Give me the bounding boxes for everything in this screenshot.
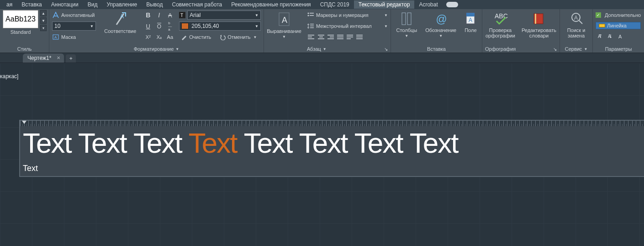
align-left-button[interactable] (307, 32, 316, 42)
align-distribute-button[interactable] (345, 32, 354, 42)
font-icon: T (179, 12, 185, 18)
align-justify-button[interactable] (336, 32, 345, 42)
svg-rect-16 (308, 38, 314, 39)
line-spacing-button[interactable]: Межстрочный интервал▼ (307, 21, 388, 31)
text-word[interactable]: Text (410, 127, 458, 159)
svg-rect-15 (308, 37, 312, 37)
strikethrough-button[interactable]: A (165, 11, 174, 20)
document-tab-bar: Чертеж1* ✕ + (0, 53, 644, 63)
svg-text:A: A (282, 16, 287, 25)
menu-item-8[interactable]: СПДС 2019 (316, 0, 354, 9)
switch-icon[interactable] (446, 2, 458, 7)
svg-text:T: T (180, 13, 183, 18)
menu-item-3[interactable]: Вид (83, 0, 102, 9)
panel-spelling: ABC Проверка орфографии Редактировать сл… (482, 9, 560, 53)
text-content-line[interactable]: Text Text Text Text Text Text Text Text (20, 126, 644, 162)
menu-item-2[interactable]: Аннотации (47, 0, 83, 9)
svg-text:A: A (54, 35, 57, 39)
text-ruler[interactable] (20, 121, 644, 126)
annotative-icon[interactable] (52, 11, 59, 19)
match-properties-button[interactable]: A Соответствие (101, 10, 139, 35)
text-word[interactable]: Text (299, 127, 348, 159)
drawing-canvas[interactable]: каркас] Text Text Text Text Text Text Te… (0, 63, 644, 246)
panel-title-tools[interactable]: Сервис▼ (563, 45, 590, 53)
panel-title-spelling[interactable]: Орфография ↘ (485, 45, 557, 53)
find-replace-button[interactable]: A Поиск и замена (563, 10, 590, 39)
style-gallery-expand[interactable]: ▾ (40, 25, 47, 31)
text-height-combo[interactable]: 10▼ (52, 21, 96, 31)
text-style-name: Standard (11, 29, 31, 35)
text-word[interactable]: Text (23, 127, 71, 159)
superscript-button[interactable]: X² (143, 32, 153, 42)
close-tab-icon[interactable]: ✕ (57, 55, 60, 60)
italic-button[interactable]: I (154, 11, 164, 20)
option-icon-2[interactable]: A (606, 32, 615, 41)
menu-item-0[interactable]: ая (2, 0, 17, 9)
columns-button[interactable]: Столбцы▼ (393, 10, 420, 39)
panel-justify: A Выравнивание▼ (264, 9, 304, 53)
clear-formatting-button[interactable]: Очистить (179, 32, 213, 42)
panel-title-formatting[interactable]: Форматирование▼ (52, 45, 261, 53)
menu-item-5[interactable]: Вывод (142, 0, 167, 9)
svg-rect-19 (318, 38, 324, 39)
menu-item-6[interactable]: Совместная работа (167, 0, 227, 9)
svg-rect-27 (347, 37, 353, 37)
symbol-button[interactable]: @ Обозначение▼ (422, 10, 459, 39)
text-content-small[interactable]: Text (20, 162, 644, 176)
field-button[interactable]: A Поле (462, 10, 479, 34)
text-word[interactable]: Text (189, 127, 237, 159)
bullets-numbering-button[interactable]: Маркеры и нумерация▼ (307, 10, 388, 20)
svg-rect-18 (319, 37, 323, 37)
menu-item-10[interactable]: Acrobat (414, 0, 442, 9)
undo-button[interactable]: Отменить▼ (217, 32, 259, 42)
mask-icon[interactable]: A (52, 33, 59, 41)
indent-marker-icon[interactable] (22, 121, 26, 124)
edit-dictionaries-button[interactable]: Редактировать словари (519, 10, 559, 39)
bold-button[interactable]: B (143, 11, 153, 20)
text-style-preview[interactable]: AaBb123 (3, 10, 38, 28)
align-right-button[interactable] (326, 32, 335, 42)
menu-item-4[interactable]: Управление (102, 0, 142, 9)
mtext-editor-box[interactable]: Text Text Text Text Text Text Text Text … (19, 120, 644, 177)
menu-item-7[interactable]: Рекомендованные приложения (227, 0, 315, 9)
color-combo[interactable]: 205,105,40▼ (179, 21, 261, 31)
svg-rect-24 (337, 37, 343, 37)
style-scroll-up[interactable]: ▲ (40, 10, 47, 16)
font-combo[interactable]: Arial▼ (187, 11, 261, 20)
svg-rect-11 (310, 24, 314, 24)
main-menu-bar: аяВставкаАннотацииВидУправлениеВыводСовм… (0, 0, 644, 9)
stack-button[interactable]: b—a (165, 21, 174, 31)
ruler-toggle-button[interactable]: Линейка (596, 22, 641, 29)
document-tab[interactable]: Чертеж1* ✕ (23, 53, 64, 63)
svg-rect-25 (337, 38, 343, 39)
menu-item-1[interactable]: Вставка (17, 0, 47, 9)
new-tab-button[interactable]: + (66, 54, 76, 63)
text-word[interactable]: Text (354, 127, 403, 159)
spell-check-button[interactable]: ABC Проверка орфографии (483, 10, 518, 39)
subscript-button[interactable]: X₂ (154, 32, 164, 42)
combine-paragraphs-button[interactable] (355, 32, 364, 42)
style-scroll-down[interactable]: ▼ (40, 17, 47, 24)
justification-button[interactable]: A Выравнивание▼ (264, 10, 304, 40)
svg-point-9 (308, 15, 309, 16)
panel-title-style: Стиль (3, 45, 46, 53)
option-icon-1[interactable]: A (596, 32, 605, 41)
svg-rect-20 (327, 35, 334, 36)
bullets-icon (307, 12, 314, 18)
overline-button[interactable]: O (154, 21, 164, 31)
text-word[interactable]: Text (133, 127, 182, 159)
panel-insert: Столбцы▼ @ Обозначение▼ A Поле Вставка (391, 9, 482, 53)
menu-item-9[interactable]: Текстовый редактор (354, 0, 415, 9)
panel-title-options: Параметры (596, 45, 641, 53)
mask-label[interactable]: Маска (61, 34, 76, 40)
annotative-label[interactable]: Аннотативный (61, 12, 95, 18)
change-case-button[interactable]: Aa (165, 32, 174, 42)
panel-title-paragraph[interactable]: Абзац▼ ↘ (307, 45, 388, 53)
underline-button[interactable]: U (143, 21, 153, 31)
svg-text:A: A (574, 15, 578, 21)
option-icon-3[interactable]: A (616, 32, 625, 41)
text-word[interactable]: Text (244, 127, 292, 159)
more-options-button[interactable]: ✓ Дополнительно (596, 10, 641, 20)
text-word[interactable]: Text (78, 127, 127, 159)
align-center-button[interactable] (317, 32, 326, 42)
